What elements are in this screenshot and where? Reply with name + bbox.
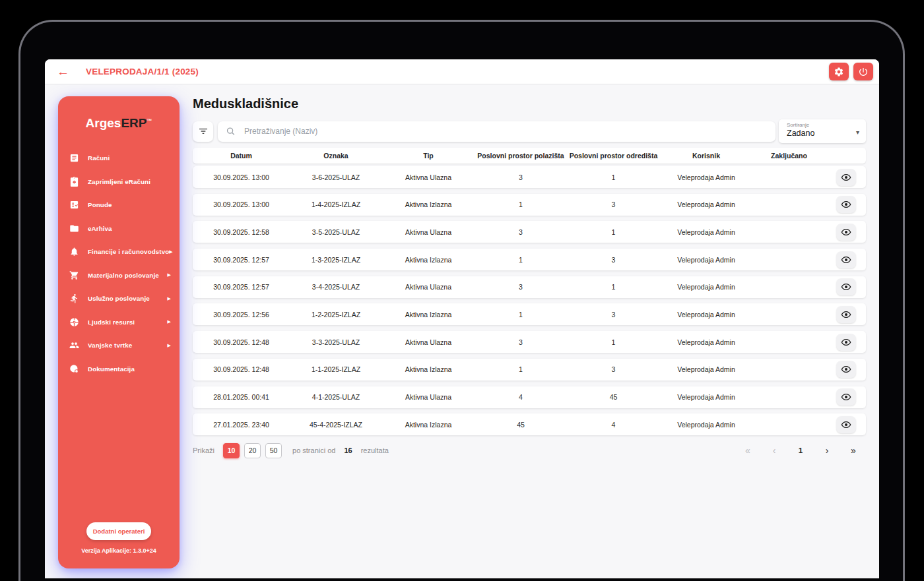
cell-oznaka: 45-4-2025-IZLAZ: [290, 421, 382, 429]
caret-down-icon: ▾: [856, 129, 859, 136]
view-row-button[interactable]: [836, 224, 856, 241]
eye-icon: [841, 419, 851, 430]
table-row[interactable]: 30.09.2025. 12:56 1-2-2025-IZLAZ Aktivna…: [193, 303, 866, 325]
cell-polaziste: 1: [475, 256, 567, 264]
prev-page-button[interactable]: ‹: [766, 446, 783, 455]
column-header: Tip: [382, 152, 475, 160]
filter-button[interactable]: [193, 121, 213, 142]
cell-oznaka: 3-5-2025-ULAZ: [290, 228, 382, 236]
page-nav: « ‹ 1 › »: [730, 446, 862, 455]
next-page-button[interactable]: ›: [818, 446, 836, 455]
search-icon: [226, 126, 236, 137]
search-input[interactable]: [244, 127, 768, 136]
page-size-button-50[interactable]: 50: [265, 443, 282, 458]
table-row[interactable]: 30.09.2025. 13:00 1-4-2025-IZLAZ Aktivna…: [193, 194, 866, 216]
settings-button[interactable]: [829, 63, 849, 80]
eye-icon: [841, 337, 851, 348]
cell-tip: Aktivna Ulazna: [382, 393, 475, 401]
folder-icon: [69, 224, 79, 233]
eye-icon: [841, 364, 851, 375]
tablet-mockup: ← VELEPRODAJA/1/1 (2025) ArgesERP™ Račun…: [0, 0, 924, 581]
view-row-button[interactable]: [836, 388, 856, 406]
cell-tip: Aktivna Izlazna: [382, 421, 475, 429]
column-header: Korisnik: [660, 152, 752, 160]
cell-korisnik: Veleprodaja Admin: [660, 338, 752, 346]
cell-korisnik: Veleprodaja Admin: [660, 311, 752, 319]
sidebar-menu: RačuniZaprimljeni eRačuniPonudeeArhivaFi…: [58, 146, 180, 381]
sidebar-item-earhiva[interactable]: eArhiva: [58, 217, 180, 241]
sidebar-item-racuni[interactable]: Računi: [58, 146, 180, 170]
table-row[interactable]: 30.09.2025. 13:00 3-6-2025-ULAZ Aktivna …: [193, 166, 866, 188]
additional-operators-button[interactable]: Dodatni operateri: [86, 522, 151, 540]
sidebar-item-label: Dokumentacija: [88, 365, 171, 373]
column-header: Datum: [193, 152, 290, 160]
view-row-button[interactable]: [836, 306, 856, 323]
sidebar-item-ponude[interactable]: Ponude: [58, 193, 180, 217]
view-row-button[interactable]: [836, 196, 856, 213]
cell-oznaka: 1-3-2025-IZLAZ: [290, 256, 382, 264]
cell-odrediste: 1: [567, 173, 660, 181]
view-row-button[interactable]: [836, 251, 856, 268]
sidebar-item-zaprimljeni-eracuni[interactable]: Zaprimljeni eRačuni: [58, 170, 180, 194]
sort-value: Zadano: [787, 129, 859, 138]
page-size-button-20[interactable]: 20: [244, 443, 261, 458]
sidebar-item-financije-i-racunovodstvo[interactable]: Financije i računovodstvo▶: [58, 240, 180, 264]
cell-tip: Aktivna Ulazna: [382, 228, 475, 236]
table-row[interactable]: 30.09.2025. 12:57 3-4-2025-ULAZ Aktivna …: [193, 276, 866, 298]
settings-icon: [834, 67, 844, 77]
table-row[interactable]: 27.01.2025. 23:40 45-4-2025-IZLAZ Aktivn…: [193, 413, 866, 435]
sidebar-item-label: Ljudski resursi: [88, 319, 168, 326]
cell-odrediste: 45: [567, 393, 660, 401]
cell-odrediste: 1: [567, 283, 660, 291]
sidebar-item-dokumentacija[interactable]: Dokumentacija: [58, 357, 180, 381]
chevron-right-icon: ▶: [169, 249, 172, 255]
logo-part-light: Arges: [86, 116, 121, 130]
page-title: Meduskladišnice: [193, 96, 866, 111]
column-header: Oznaka: [290, 152, 382, 160]
first-page-button[interactable]: «: [739, 446, 756, 455]
cell-korisnik: Veleprodaja Admin: [660, 393, 752, 401]
cell-actions: [826, 278, 866, 295]
cell-oznaka: 1-4-2025-IZLAZ: [290, 200, 382, 208]
sidebar-item-label: Uslužno poslovanje: [88, 295, 168, 302]
back-button[interactable]: ←: [57, 65, 69, 78]
table-row[interactable]: 28.01.2025. 00:41 4-1-2025-ULAZ Aktivna …: [193, 386, 866, 408]
cell-datum: 30.09.2025. 12:56: [193, 311, 290, 319]
cell-datum: 30.09.2025. 12:48: [193, 338, 290, 346]
cell-odrediste: 1: [567, 338, 660, 346]
table-row[interactable]: 30.09.2025. 12:48 1-1-2025-IZLAZ Aktivna…: [193, 359, 866, 381]
receipt-icon: [69, 153, 79, 163]
cell-polaziste: 3: [475, 228, 567, 236]
table-row[interactable]: 30.09.2025. 12:57 1-3-2025-IZLAZ Aktivna…: [193, 249, 866, 270]
cell-korisnik: Veleprodaja Admin: [660, 256, 752, 264]
view-row-button[interactable]: [836, 169, 856, 186]
last-page-button[interactable]: »: [845, 446, 862, 455]
table-row[interactable]: 30.09.2025. 12:58 3-5-2025-ULAZ Aktivna …: [193, 221, 866, 243]
sidebar-item-vanjske-tvrtke[interactable]: Vanjske tvrtke▶: [58, 334, 180, 357]
view-row-button[interactable]: [836, 278, 856, 295]
bell-icon: [69, 247, 79, 257]
sidebar-item-label: Ponude: [88, 201, 171, 208]
view-row-button[interactable]: [836, 334, 856, 351]
cell-polaziste: 1: [475, 200, 567, 208]
sidebar-item-usluzno-poslovanje[interactable]: Uslužno poslovanje▶: [58, 287, 180, 311]
view-row-button[interactable]: [836, 416, 856, 433]
sidebar-item-materijalno-poslovanje[interactable]: Materijalno poslovanje▶: [58, 264, 180, 288]
page-size-buttons: 102050: [223, 443, 286, 458]
logout-button[interactable]: [853, 63, 873, 80]
page-size-button-10[interactable]: 10: [223, 443, 240, 458]
sidebar-item-ljudski-resursi[interactable]: Ljudski resursi▶: [58, 311, 180, 334]
cell-tip: Aktivna Ulazna: [382, 283, 475, 291]
cell-korisnik: Veleprodaja Admin: [660, 200, 752, 208]
sort-select[interactable]: Sortiranje Zadano ▾: [779, 119, 866, 143]
cell-polaziste: 4: [475, 393, 567, 401]
cart-icon: [69, 270, 79, 280]
view-row-button[interactable]: [836, 361, 856, 378]
filter-icon: [198, 126, 209, 137]
main-content: Meduskladišnice Sortiranje Zadano ▾ Datu…: [193, 96, 866, 458]
group-icon: [69, 340, 79, 350]
cell-actions: [826, 388, 866, 406]
app-window: ← VELEPRODAJA/1/1 (2025) ArgesERP™ Račun…: [45, 59, 879, 578]
table-row[interactable]: 30.09.2025. 12:48 3-3-2025-ULAZ Aktivna …: [193, 331, 866, 353]
cell-polaziste: 3: [475, 283, 567, 291]
